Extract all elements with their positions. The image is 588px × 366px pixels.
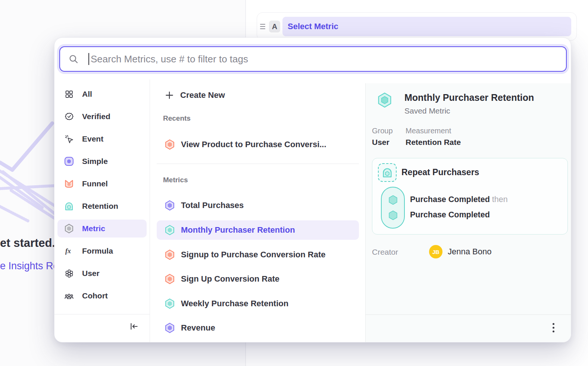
metric-item-signup-to-purchase-conversion-rate[interactable]: Signup to Purchase Conversion Rate (157, 245, 359, 264)
metric-item-label: Weekly Purchase Retention (181, 299, 288, 308)
search-input[interactable]: Search Metrics, use # to filter to tags (59, 46, 567, 72)
drag-handle-icon[interactable] (260, 23, 268, 30)
sidebar-item-label: Funnel (82, 179, 108, 188)
metric-item-label: Total Purchases (181, 201, 244, 210)
select-metric-field[interactable]: Select Metric (282, 17, 571, 36)
sidebar-item-metric[interactable]: Metric (57, 220, 147, 238)
funnel-icon (64, 179, 74, 189)
metric-picker-modal: Search Metrics, use # to filter to tags … (54, 37, 571, 342)
detail-footer-divider (366, 314, 571, 315)
series-letter-badge[interactable]: A (269, 21, 280, 32)
step-hexagon-icon (388, 195, 398, 205)
metric-item-revenue[interactable]: Revenue (157, 318, 359, 338)
kebab-menu-icon[interactable] (548, 320, 558, 335)
simple-square-icon (64, 156, 74, 166)
sidebar-footer-divider (54, 314, 150, 314)
creator-label: Creator (372, 248, 398, 257)
user-cluster-icon (64, 269, 74, 278)
sidebar-item-event[interactable]: Event (57, 130, 147, 148)
simple-hexagon-icon (165, 200, 175, 211)
sidebar-item-all[interactable]: All (57, 85, 147, 103)
background-heading-fragment: et started. (0, 236, 56, 250)
cursor-click-icon (64, 134, 74, 144)
sidebar-item-verified[interactable]: Verified (57, 108, 147, 125)
metric-item-label: Monthly Purchaser Retention (181, 225, 295, 235)
creator-avatar: JB (429, 245, 442, 258)
metrics-heading: Metrics (163, 176, 188, 184)
metric-item-label: Signup to Purchase Conversion Rate (181, 250, 326, 260)
sidebar-item-cohort[interactable]: Cohort (57, 287, 147, 305)
formula-fx-icon: fx (64, 246, 74, 256)
metric-item-sign-up-conversion-rate[interactable]: Sign Up Conversion Rate (157, 269, 359, 289)
sidebar-item-label: User (82, 269, 100, 278)
funnel-hexagon-icon (165, 139, 175, 150)
simple-hexagon-icon (165, 323, 175, 333)
svg-text:fx: fx (65, 247, 71, 255)
search-icon (68, 54, 79, 64)
sidebar-item-retention[interactable]: Retention (57, 197, 147, 215)
sidebar-item-label: All (82, 90, 92, 99)
sidebar-item-label: Formula (82, 246, 113, 255)
metric-hexagon-icon (64, 224, 74, 233)
search-placeholder: Search Metrics, use # to filter to tags (91, 53, 248, 65)
decorative-line-art (0, 121, 60, 228)
measurement-value: Retention Rate (406, 138, 461, 147)
retention-hexagon-icon (165, 298, 175, 309)
sidebar-item-formula[interactable]: fx Formula (57, 242, 147, 260)
metric-item-label: Revenue (181, 323, 215, 333)
collapse-sidebar-button[interactable] (128, 320, 140, 332)
sidebar-item-funnel[interactable]: Funnel (57, 175, 147, 193)
background-insights-link-fragment[interactable]: e Insights Re (0, 260, 56, 272)
metric-definition-card: Repeat Purchasers Purchase Completed the… (372, 158, 568, 235)
group-value: User (372, 138, 390, 147)
verified-badge-icon (64, 112, 74, 121)
screen: et started. e Insights Re A Select Metri… (0, 0, 588, 366)
definition-step-2: Purchase Completed (410, 210, 490, 220)
definition-title: Repeat Purchasers (401, 167, 479, 177)
sidebar-item-label: Metric (82, 224, 105, 233)
funnel-hexagon-icon (165, 249, 175, 260)
metric-list-column: Create New Recents View Product to Purch… (150, 80, 365, 342)
metric-item-total-purchases[interactable]: Total Purchases (157, 196, 359, 215)
filter-sidebar: All Verified (54, 80, 150, 342)
cohort-people-icon (64, 291, 74, 301)
measurement-label: Measurement (406, 127, 451, 135)
sidebar-item-label: Simple (82, 157, 108, 166)
step-connector: then (492, 195, 508, 204)
recents-heading: Recents (163, 114, 191, 122)
sidebar-item-simple[interactable]: Simple (57, 152, 147, 170)
grid-icon (64, 89, 74, 99)
detail-title: Monthly Purchaser Retention (404, 92, 534, 103)
metric-item-weekly-purchase-retention[interactable]: Weekly Purchase Retention (157, 294, 359, 313)
group-label: Group (372, 127, 393, 135)
select-metric-label: Select Metric (288, 22, 338, 31)
retention-hexagon-icon (377, 92, 392, 108)
sidebar-item-user[interactable]: User (57, 264, 147, 282)
sidebar-item-label: Cohort (82, 291, 108, 300)
funnel-hexagon-icon (165, 274, 175, 284)
retention-arch-icon (64, 201, 74, 211)
sidebar-item-label: Retention (82, 202, 118, 211)
recent-item[interactable]: View Product to Purchase Conversi... (157, 135, 359, 154)
plus-icon (165, 90, 174, 100)
metric-detail-panel: Monthly Purchaser Retention Saved Metric… (365, 83, 571, 342)
step-hexagon-icon (388, 211, 398, 220)
list-section-divider (157, 164, 359, 164)
sidebar-item-label: Verified (82, 112, 110, 121)
create-new-label: Create New (180, 90, 225, 100)
sidebar-item-label: Event (82, 134, 103, 143)
collapse-left-icon (129, 322, 139, 331)
detail-subtitle: Saved Metric (404, 106, 450, 115)
retention-definition-icon (378, 163, 397, 182)
metric-row-card: A Select Metric (257, 12, 577, 41)
definition-step-1: Purchase Completed then (410, 195, 508, 204)
creator-name: Jenna Bono (448, 247, 491, 257)
text-caret (88, 53, 89, 65)
create-new-button[interactable]: Create New (157, 86, 359, 105)
recent-item-label: View Product to Purchase Conversi... (181, 140, 326, 149)
retention-steps-pill (381, 187, 405, 229)
metric-item-monthly-purchaser-retention[interactable]: Monthly Purchaser Retention (157, 220, 359, 240)
retention-hexagon-icon (165, 225, 175, 235)
picker-content: All Verified (54, 80, 571, 342)
metric-item-label: Sign Up Conversion Rate (181, 274, 279, 284)
